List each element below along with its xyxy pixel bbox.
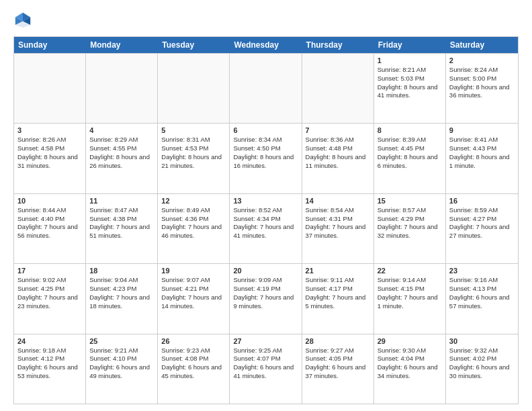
day-info: Sunrise: 9:09 AMSunset: 4:19 PMDaylight:… [233, 276, 298, 310]
cal-cell: 16Sunrise: 8:59 AMSunset: 4:27 PMDayligh… [446, 194, 518, 263]
day-number: 9 [449, 126, 515, 134]
day-info: Sunrise: 9:04 AMSunset: 4:23 PMDaylight:… [89, 276, 154, 310]
day-info: Sunrise: 9:32 AMSunset: 4:02 PMDaylight:… [449, 347, 515, 381]
cal-week-1: 1Sunrise: 8:21 AMSunset: 5:03 PMDaylight… [14, 53, 518, 123]
day-info: Sunrise: 9:18 AMSunset: 4:12 PMDaylight:… [17, 347, 82, 381]
cal-cell: 9Sunrise: 8:41 AMSunset: 4:43 PMDaylight… [446, 124, 518, 193]
page: SundayMondayTuesdayWednesdayThursdayFrid… [0, 0, 532, 411]
cal-cell [14, 54, 86, 123]
day-info: Sunrise: 8:34 AMSunset: 4:50 PMDaylight:… [233, 136, 298, 170]
cal-cell: 18Sunrise: 9:04 AMSunset: 4:23 PMDayligh… [86, 264, 158, 333]
cal-cell: 17Sunrise: 9:02 AMSunset: 4:25 PMDayligh… [14, 264, 86, 333]
cal-cell [230, 54, 302, 123]
cal-cell: 1Sunrise: 8:21 AMSunset: 5:03 PMDaylight… [374, 54, 446, 123]
cal-cell: 27Sunrise: 9:25 AMSunset: 4:07 PMDayligh… [230, 334, 302, 404]
cal-cell: 3Sunrise: 8:26 AMSunset: 4:58 PMDaylight… [14, 124, 86, 193]
cal-cell: 12Sunrise: 8:49 AMSunset: 4:36 PMDayligh… [158, 194, 230, 263]
cal-header-tuesday: Tuesday [158, 37, 230, 53]
day-number: 8 [378, 126, 442, 134]
day-number: 16 [449, 197, 515, 205]
day-number: 21 [306, 267, 370, 275]
day-info: Sunrise: 8:26 AMSunset: 4:58 PMDaylight:… [17, 136, 82, 170]
cal-cell: 23Sunrise: 9:16 AMSunset: 4:13 PMDayligh… [446, 264, 518, 333]
day-number: 22 [378, 267, 442, 275]
cal-cell: 5Sunrise: 8:31 AMSunset: 4:53 PMDaylight… [158, 124, 230, 193]
day-number: 13 [233, 197, 298, 205]
cal-cell: 20Sunrise: 9:09 AMSunset: 4:19 PMDayligh… [230, 264, 302, 333]
cal-header-sunday: Sunday [14, 37, 86, 53]
day-number: 4 [89, 126, 154, 134]
calendar: SundayMondayTuesdayWednesdayThursdayFrid… [13, 36, 519, 404]
cal-cell [86, 54, 158, 123]
day-number: 1 [378, 56, 442, 64]
cal-cell: 11Sunrise: 8:47 AMSunset: 4:38 PMDayligh… [86, 194, 158, 263]
cal-header-friday: Friday [374, 37, 446, 53]
day-info: Sunrise: 8:39 AMSunset: 4:45 PMDaylight:… [378, 136, 442, 170]
calendar-body: 1Sunrise: 8:21 AMSunset: 5:03 PMDaylight… [14, 53, 518, 404]
day-info: Sunrise: 8:47 AMSunset: 4:38 PMDaylight:… [89, 206, 154, 240]
cal-week-3: 10Sunrise: 8:44 AMSunset: 4:40 PMDayligh… [14, 193, 518, 263]
day-number: 20 [233, 267, 298, 275]
day-info: Sunrise: 9:25 AMSunset: 4:07 PMDaylight:… [233, 347, 298, 381]
day-info: Sunrise: 9:27 AMSunset: 4:05 PMDaylight:… [306, 347, 370, 381]
cal-cell: 8Sunrise: 8:39 AMSunset: 4:45 PMDaylight… [374, 124, 446, 193]
day-info: Sunrise: 9:02 AMSunset: 4:25 PMDaylight:… [17, 276, 82, 310]
day-number: 10 [17, 197, 82, 205]
day-info: Sunrise: 8:24 AMSunset: 5:00 PMDaylight:… [449, 66, 515, 100]
cal-cell: 6Sunrise: 8:34 AMSunset: 4:50 PMDaylight… [230, 124, 302, 193]
day-number: 15 [378, 197, 442, 205]
cal-week-4: 17Sunrise: 9:02 AMSunset: 4:25 PMDayligh… [14, 263, 518, 333]
day-number: 28 [306, 337, 370, 345]
cal-cell: 2Sunrise: 8:24 AMSunset: 5:00 PMDaylight… [446, 54, 518, 123]
day-number: 25 [89, 337, 154, 345]
day-number: 2 [449, 56, 515, 64]
day-number: 5 [161, 126, 226, 134]
cal-header-wednesday: Wednesday [230, 37, 302, 53]
logo-icon [13, 11, 32, 30]
day-info: Sunrise: 9:14 AMSunset: 4:15 PMDaylight:… [378, 276, 442, 310]
cal-cell: 24Sunrise: 9:18 AMSunset: 4:12 PMDayligh… [14, 334, 86, 404]
day-info: Sunrise: 8:52 AMSunset: 4:34 PMDaylight:… [233, 206, 298, 240]
day-info: Sunrise: 9:07 AMSunset: 4:21 PMDaylight:… [161, 276, 226, 310]
cal-cell: 10Sunrise: 8:44 AMSunset: 4:40 PMDayligh… [14, 194, 86, 263]
day-info: Sunrise: 8:21 AMSunset: 5:03 PMDaylight:… [378, 66, 442, 100]
calendar-header-row: SundayMondayTuesdayWednesdayThursdayFrid… [14, 37, 518, 53]
logo [13, 11, 35, 30]
day-number: 23 [449, 267, 515, 275]
day-info: Sunrise: 9:16 AMSunset: 4:13 PMDaylight:… [449, 276, 515, 310]
day-info: Sunrise: 8:36 AMSunset: 4:48 PMDaylight:… [306, 136, 370, 170]
cal-week-5: 24Sunrise: 9:18 AMSunset: 4:12 PMDayligh… [14, 334, 518, 404]
cal-cell: 29Sunrise: 9:30 AMSunset: 4:04 PMDayligh… [374, 334, 446, 404]
cal-cell: 4Sunrise: 8:29 AMSunset: 4:55 PMDaylight… [86, 124, 158, 193]
cal-cell: 26Sunrise: 9:23 AMSunset: 4:08 PMDayligh… [158, 334, 230, 404]
day-number: 7 [306, 126, 370, 134]
day-info: Sunrise: 9:11 AMSunset: 4:17 PMDaylight:… [306, 276, 370, 310]
cal-week-2: 3Sunrise: 8:26 AMSunset: 4:58 PMDaylight… [14, 123, 518, 193]
cal-cell: 13Sunrise: 8:52 AMSunset: 4:34 PMDayligh… [230, 194, 302, 263]
cal-cell: 15Sunrise: 8:57 AMSunset: 4:29 PMDayligh… [374, 194, 446, 263]
cal-header-saturday: Saturday [446, 37, 518, 53]
day-info: Sunrise: 9:21 AMSunset: 4:10 PMDaylight:… [89, 347, 154, 381]
cal-cell: 22Sunrise: 9:14 AMSunset: 4:15 PMDayligh… [374, 264, 446, 333]
day-number: 26 [161, 337, 226, 345]
day-number: 3 [17, 126, 82, 134]
day-info: Sunrise: 8:41 AMSunset: 4:43 PMDaylight:… [449, 136, 515, 170]
day-number: 18 [89, 267, 154, 275]
day-number: 17 [17, 267, 82, 275]
cal-header-monday: Monday [86, 37, 158, 53]
cal-cell: 14Sunrise: 8:54 AMSunset: 4:31 PMDayligh… [302, 194, 374, 263]
day-info: Sunrise: 8:57 AMSunset: 4:29 PMDaylight:… [378, 206, 442, 240]
cal-cell: 19Sunrise: 9:07 AMSunset: 4:21 PMDayligh… [158, 264, 230, 333]
cal-cell: 7Sunrise: 8:36 AMSunset: 4:48 PMDaylight… [302, 124, 374, 193]
cal-cell: 25Sunrise: 9:21 AMSunset: 4:10 PMDayligh… [86, 334, 158, 404]
day-number: 30 [449, 337, 515, 345]
day-number: 14 [306, 197, 370, 205]
cal-cell: 28Sunrise: 9:27 AMSunset: 4:05 PMDayligh… [302, 334, 374, 404]
day-info: Sunrise: 8:44 AMSunset: 4:40 PMDaylight:… [17, 206, 82, 240]
cal-cell [158, 54, 230, 123]
cal-cell: 21Sunrise: 9:11 AMSunset: 4:17 PMDayligh… [302, 264, 374, 333]
day-info: Sunrise: 8:49 AMSunset: 4:36 PMDaylight:… [161, 206, 226, 240]
day-number: 6 [233, 126, 298, 134]
day-info: Sunrise: 8:59 AMSunset: 4:27 PMDaylight:… [449, 206, 515, 240]
header [13, 11, 519, 30]
